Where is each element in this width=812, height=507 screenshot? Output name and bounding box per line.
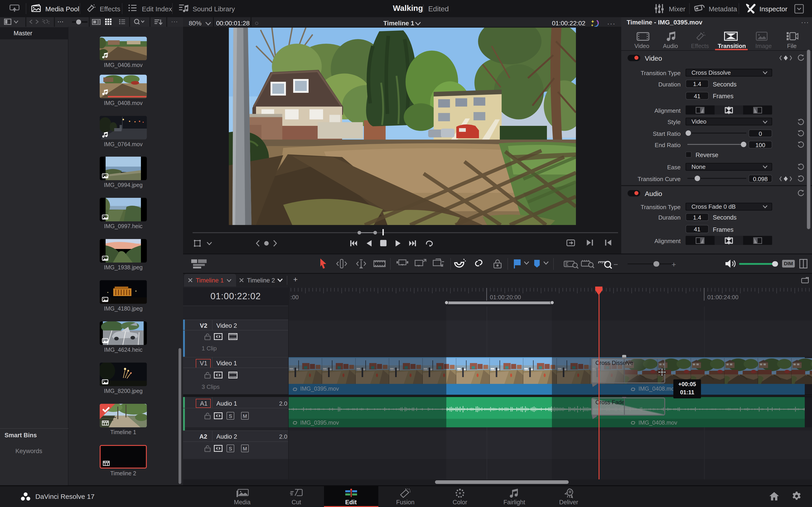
- svg-text::00: :00: [290, 294, 298, 300]
- svg-text:01:00:24:00: 01:00:24:00: [707, 294, 738, 300]
- svg-text:01:00:20:00: 01:00:20:00: [490, 294, 521, 300]
